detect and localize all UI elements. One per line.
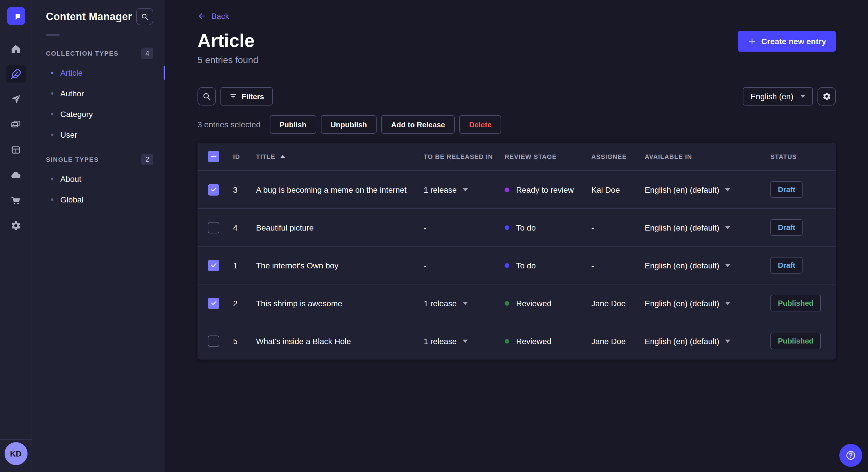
release-caret-icon[interactable] [462, 301, 468, 305]
stage-dot [505, 187, 509, 192]
row-checkbox[interactable] [208, 335, 219, 347]
help-button[interactable] [839, 444, 862, 467]
entries-count: 5 entries found [197, 55, 258, 65]
row-id: 5 [233, 336, 256, 345]
locale-caret-icon[interactable] [725, 339, 730, 343]
row-checkbox[interactable] [208, 184, 219, 195]
sidebar-item-author[interactable]: Author [32, 83, 165, 104]
status-badge: Draft [770, 181, 803, 198]
locale-caret-icon[interactable] [725, 226, 730, 229]
release-caret-icon[interactable] [462, 339, 468, 343]
row-available-in: English (en) (default) [645, 299, 719, 308]
table-row[interactable]: 3 A bug is becoming a meme on the intern… [197, 170, 836, 208]
column-header-id[interactable]: ID [233, 153, 256, 160]
sidebar-item-label: Article [60, 68, 83, 77]
section-count-badge: 4 [142, 47, 153, 59]
locale-caret-icon[interactable] [725, 301, 730, 305]
search-entries-button[interactable] [197, 87, 216, 105]
sidebar-item-category[interactable]: Category [32, 104, 165, 125]
sidebar-item-label: About [60, 174, 81, 183]
media-library-icon[interactable] [5, 115, 26, 134]
back-link[interactable]: Back [197, 11, 229, 21]
bullet-icon [51, 134, 53, 136]
filters-button[interactable]: Filters [220, 87, 273, 105]
row-title: This shrimp is awesome [256, 299, 424, 308]
row-assignee: Jane Doe [591, 299, 645, 308]
active-indicator [164, 66, 165, 80]
stage-dot [505, 339, 509, 343]
view-settings-button[interactable] [817, 87, 836, 105]
content-manager-feather-icon[interactable] [5, 65, 26, 83]
table-row[interactable]: 5 What's inside a Black Hole 1 release R… [197, 322, 836, 360]
gear-icon[interactable] [5, 216, 26, 235]
add-to-release-button[interactable]: Add to Release [381, 115, 455, 134]
select-all-checkbox[interactable] [208, 151, 219, 162]
column-header-status[interactable]: STATUS [770, 153, 826, 160]
plus-icon [747, 37, 756, 46]
sidebar-item-user[interactable]: User [32, 125, 165, 145]
row-id: 2 [233, 299, 256, 308]
sidebar-item-global[interactable]: Global [32, 189, 165, 210]
rail-divider [0, 439, 32, 440]
back-label: Back [211, 11, 229, 21]
row-review-stage: Ready to review [516, 185, 574, 194]
release-caret-icon[interactable] [462, 188, 468, 191]
bullet-icon [51, 198, 53, 201]
filter-icon [229, 92, 237, 100]
row-checkbox[interactable] [208, 260, 219, 271]
selection-count-label: 3 entries selected [197, 120, 260, 129]
paper-plane-icon[interactable] [5, 90, 26, 108]
table-row[interactable]: 4 Beautiful picture - To do - English (e… [197, 208, 836, 246]
content-manager-sidebar: Content Manager COLLECTION TYPES 4 Artic… [32, 0, 165, 472]
sidebar-item-article[interactable]: Article [32, 63, 165, 83]
column-header-title-label: TITLE [256, 153, 275, 160]
row-released-in: 1 release [424, 336, 457, 345]
sidebar-title: Content Manager [46, 11, 132, 23]
locale-caret-icon[interactable] [725, 188, 730, 191]
column-header-title[interactable]: TITLE [256, 153, 424, 160]
stage-dot [505, 301, 509, 305]
stage-dot [505, 225, 509, 230]
locale-caret-icon[interactable] [725, 264, 730, 267]
locale-select[interactable]: English (en) [743, 87, 813, 105]
row-available-in: English (en) (default) [645, 185, 719, 194]
delete-button[interactable]: Delete [459, 115, 501, 134]
row-title: A bug is becoming a meme on the internet [256, 185, 424, 194]
cloud-icon[interactable] [5, 166, 26, 184]
user-avatar[interactable]: KD [4, 442, 27, 465]
row-title: The internet's Own boy [256, 261, 424, 270]
indeterminate-dash-icon [211, 156, 216, 157]
table-row[interactable]: 2 This shrimp is awesome 1 release Revie… [197, 284, 836, 322]
column-header-assignee[interactable]: ASSIGNEE [591, 153, 645, 160]
row-checkbox[interactable] [208, 297, 219, 309]
unpublish-button[interactable]: Unpublish [321, 115, 377, 134]
column-header-review-stage[interactable]: REVIEW STAGE [505, 153, 591, 160]
bullet-icon [51, 72, 53, 74]
status-badge: Draft [770, 257, 803, 274]
strapi-logo[interactable] [7, 7, 25, 25]
entries-table: ID TITLE TO BE RELEASED IN REVIEW STAGE … [197, 143, 836, 360]
row-title: What's inside a Black Hole [256, 336, 424, 345]
column-header-released-in[interactable]: TO BE RELEASED IN [424, 153, 505, 160]
row-released-in: - [424, 223, 426, 232]
table-row[interactable]: 1 The internet's Own boy - To do - Engli… [197, 246, 836, 284]
row-checkbox[interactable] [208, 222, 219, 233]
cart-icon[interactable] [5, 191, 26, 209]
column-header-available-in[interactable]: AVAILABLE IN [645, 153, 770, 160]
create-button-label: Create new entry [761, 37, 826, 46]
sidebar-item-about[interactable]: About [32, 169, 165, 189]
home-icon[interactable] [5, 40, 26, 58]
rail-nav [5, 40, 26, 235]
create-new-entry-button[interactable]: Create new entry [738, 31, 836, 52]
row-title: Beautiful picture [256, 223, 424, 232]
row-review-stage: Reviewed [516, 336, 551, 345]
single-types-section: SINGLE TYPES 2 About Global [32, 154, 165, 210]
page-title: Article [197, 30, 258, 52]
layout-icon[interactable] [5, 140, 26, 159]
sidebar-item-label: Author [60, 89, 84, 98]
strapi-logo-icon [11, 11, 21, 21]
publish-button[interactable]: Publish [270, 115, 316, 134]
row-id: 3 [233, 185, 256, 194]
sidebar-search-button[interactable] [136, 8, 153, 25]
sidebar-item-label: Global [60, 195, 84, 204]
